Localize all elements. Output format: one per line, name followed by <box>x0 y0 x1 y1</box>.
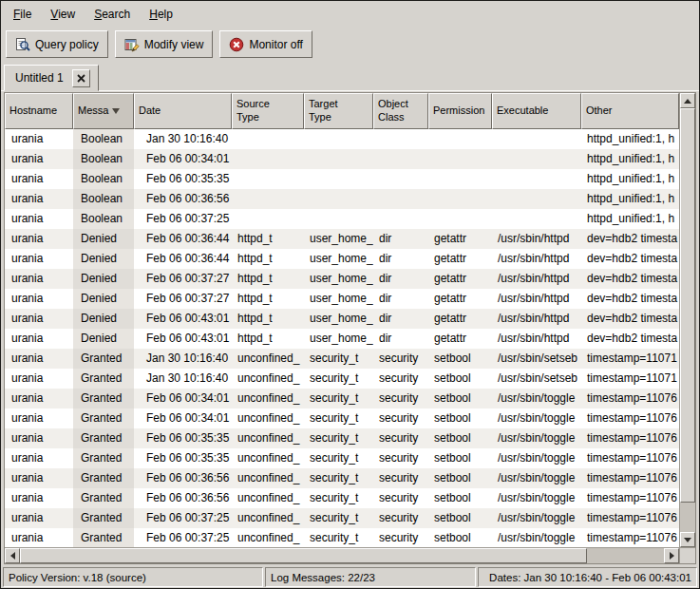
table-row[interactable]: urania Boolean Feb 06 00:36:56 httpd_uni… <box>5 189 679 209</box>
cell-date: Feb 06 00:43:01 <box>134 309 232 329</box>
cell-source-type: unconfined_ <box>232 468 304 488</box>
cell-target-type: security_t <box>304 389 373 408</box>
menu-file[interactable]: File <box>5 4 40 25</box>
column-header-source-type[interactable]: Source Type <box>232 93 304 129</box>
table-row[interactable]: urania Granted Feb 06 00:34:01 unconfine… <box>5 408 679 428</box>
scroll-left-button[interactable] <box>5 548 20 563</box>
table-row[interactable]: urania Denied Feb 06 00:36:44 httpd_t us… <box>5 229 679 249</box>
cell-source-type: unconfined_ <box>232 428 304 448</box>
table-row[interactable]: urania Granted Feb 06 00:37:25 unconfine… <box>5 528 679 547</box>
query-policy-button[interactable]: Query policy <box>6 30 108 58</box>
column-header-permission[interactable]: Permission <box>428 93 492 129</box>
table-row[interactable]: urania Granted Feb 06 00:34:01 unconfine… <box>5 389 679 408</box>
cell-hostname: urania <box>5 149 73 169</box>
cell-source-type <box>232 149 304 169</box>
cell-permission: setbool <box>428 408 492 428</box>
table-row[interactable]: urania Boolean Jan 30 10:16:40 httpd_uni… <box>5 129 679 149</box>
cell-source-type: unconfined_ <box>232 488 304 508</box>
scroll-down-button[interactable] <box>680 532 695 547</box>
column-header-message[interactable]: Messa <box>73 93 134 129</box>
vertical-scrollbar[interactable] <box>679 93 695 547</box>
column-header-executable[interactable]: Executable <box>492 93 581 129</box>
cell-hostname: urania <box>5 249 73 269</box>
vertical-scroll-thumb[interactable] <box>680 108 695 503</box>
menu-help[interactable]: Help <box>141 4 181 25</box>
cell-date: Feb 06 00:37:25 <box>134 508 232 528</box>
table-row[interactable]: urania Granted Feb 06 00:36:56 unconfine… <box>5 488 679 508</box>
table-row[interactable]: urania Denied Feb 06 00:37:27 httpd_t us… <box>5 289 679 309</box>
tab-close-button[interactable] <box>72 69 90 87</box>
cell-other: timestamp=11071 <box>581 349 679 369</box>
query-policy-label: Query policy <box>35 38 99 51</box>
cell-object-class: dir <box>373 309 428 329</box>
cell-date: Jan 30 10:16:40 <box>134 369 232 389</box>
cell-target-type: security_t <box>304 349 373 369</box>
vertical-scroll-track[interactable] <box>680 108 695 532</box>
cell-message: Denied <box>73 309 134 329</box>
table-row[interactable]: urania Boolean Feb 06 00:34:01 httpd_uni… <box>5 149 679 169</box>
column-header-hostname[interactable]: Hostname <box>5 93 73 129</box>
cell-executable: /usr/sbin/toggle <box>492 528 581 547</box>
scroll-right-button[interactable] <box>664 548 679 563</box>
cell-message: Denied <box>73 289 134 309</box>
cell-other: httpd_unified:1, h <box>581 209 679 229</box>
cell-other: timestamp=11076 <box>581 448 679 468</box>
cell-object-class: security <box>373 508 428 528</box>
cell-hostname: urania <box>5 349 73 369</box>
cell-permission <box>428 209 492 229</box>
cell-date: Jan 30 10:16:40 <box>134 349 232 369</box>
monitor-off-icon <box>229 37 244 52</box>
cell-hostname: urania <box>5 289 73 309</box>
table-row[interactable]: urania Granted Feb 06 00:35:35 unconfine… <box>5 428 679 448</box>
cell-hostname: urania <box>5 209 73 229</box>
cell-source-type <box>232 189 304 209</box>
table-row[interactable]: urania Boolean Feb 06 00:35:35 httpd_uni… <box>5 169 679 189</box>
cell-message: Granted <box>73 508 134 528</box>
horizontal-scroll-thumb[interactable] <box>20 548 587 563</box>
cell-hostname: urania <box>5 309 73 329</box>
table-row[interactable]: urania Denied Feb 06 00:37:27 httpd_t us… <box>5 269 679 289</box>
tab-untitled-1[interactable]: Untitled 1 <box>4 65 99 91</box>
cell-executable: /usr/sbin/toggle <box>492 468 581 488</box>
cell-other: timestamp=11076 <box>581 488 679 508</box>
cell-target-type: security_t <box>304 528 373 547</box>
horizontal-scroll-track[interactable] <box>20 548 664 563</box>
column-header-target-type[interactable]: Target Type <box>304 93 373 129</box>
column-label: Hostname <box>9 104 57 118</box>
monitor-off-button[interactable]: Monitor off <box>219 30 312 58</box>
statusbar-log-messages: Log Messages: 22/23 <box>265 567 476 587</box>
log-view: Hostname Messa Date Source Type Target T… <box>1 91 699 566</box>
cell-message: Denied <box>73 269 134 289</box>
table-row[interactable]: urania Granted Jan 30 10:16:40 unconfine… <box>5 369 679 389</box>
horizontal-scrollbar[interactable] <box>5 547 679 563</box>
cell-permission <box>428 169 492 189</box>
cell-executable: /usr/sbin/toggle <box>492 488 581 508</box>
cell-other: dev=hdb2 timesta <box>581 249 679 269</box>
cell-message: Boolean <box>73 209 134 229</box>
table-row[interactable]: urania Granted Feb 06 00:36:56 unconfine… <box>5 468 679 488</box>
column-header-other[interactable]: Other <box>581 93 679 129</box>
cell-source-type: httpd_t <box>232 309 304 329</box>
cell-source-type: unconfined_ <box>232 448 304 468</box>
menu-search[interactable]: Search <box>85 4 139 25</box>
cell-other: dev=hdb2 timesta <box>581 269 679 289</box>
table-row[interactable]: urania Denied Feb 06 00:36:44 httpd_t us… <box>5 249 679 269</box>
column-header-date[interactable]: Date <box>134 93 232 129</box>
cell-other: timestamp=11076 <box>581 389 679 408</box>
table-row[interactable]: urania Denied Feb 06 00:43:01 httpd_t us… <box>5 329 679 349</box>
table-row[interactable]: urania Boolean Feb 06 00:37:25 httpd_uni… <box>5 209 679 229</box>
cell-executable <box>492 189 581 209</box>
cell-message: Granted <box>73 408 134 428</box>
column-label: Permission <box>433 104 484 118</box>
scroll-up-button[interactable] <box>680 93 695 108</box>
table-row[interactable]: urania Granted Feb 06 00:35:35 unconfine… <box>5 448 679 468</box>
table-row[interactable]: urania Denied Feb 06 00:43:01 httpd_t us… <box>5 309 679 329</box>
menu-view[interactable]: View <box>42 4 84 25</box>
table-row[interactable]: urania Granted Jan 30 10:16:40 unconfine… <box>5 349 679 369</box>
cell-object-class: security <box>373 528 428 547</box>
cell-permission: setbool <box>428 349 492 369</box>
column-header-object-class[interactable]: Object Class <box>373 93 428 129</box>
table-row[interactable]: urania Granted Feb 06 00:37:25 unconfine… <box>5 508 679 528</box>
cell-source-type: unconfined_ <box>232 369 304 389</box>
modify-view-button[interactable]: Modify view <box>115 30 214 58</box>
